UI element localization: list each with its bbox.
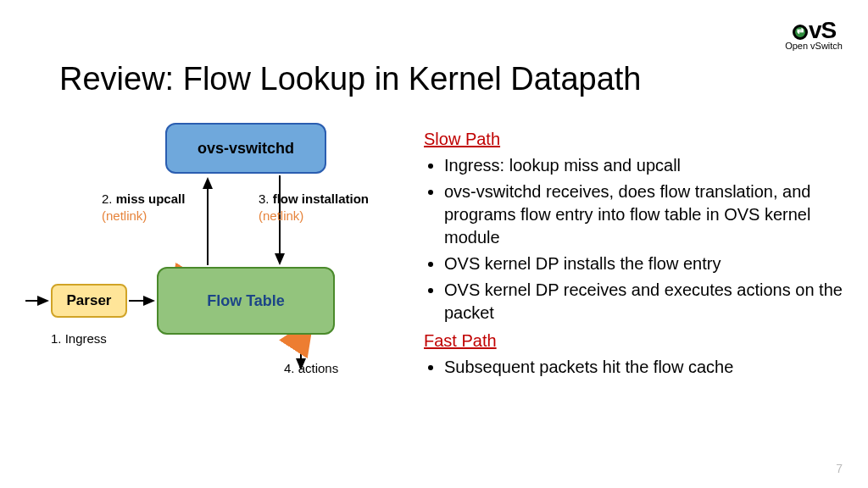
logo-subtitle: Open vSwitch [785, 41, 843, 51]
text-column: Slow Path Ingress: lookup miss and upcal… [424, 123, 848, 382]
flow-diagram: ovs-vswitchd Flow Table Parser 2. miss u… [25, 114, 415, 436]
fast-path-heading: Fast Path [424, 330, 848, 352]
ovs-logo: vS Open vSwitch [785, 17, 843, 51]
box-flow-table: Flow Table [157, 267, 335, 335]
list-item: Ingress: lookup miss and upcall [444, 154, 848, 177]
fast-path-list: Subsequent packets hit the flow cache [424, 356, 848, 379]
box-parser: Parser [51, 284, 127, 318]
list-item: OVS kernel DP receives and executes acti… [444, 279, 848, 324]
page-number: 7 [836, 462, 843, 475]
logo-icon [793, 25, 808, 40]
label-actions: 4. actions [284, 360, 338, 377]
list-item: ovs-vswitchd receives, does flow transla… [444, 180, 848, 249]
label-ingress: 1. Ingress [51, 330, 107, 347]
slow-path-heading: Slow Path [424, 128, 848, 151]
label-miss-upcall: 2. miss upcall (netlink) [102, 191, 185, 224]
page-title: Review: Flow Lookup in Kernel Datapath [59, 61, 642, 97]
box-ovs-vswitchd: ovs-vswitchd [165, 123, 326, 174]
list-item: Subsequent packets hit the flow cache [444, 356, 848, 379]
slow-path-list: Ingress: lookup miss and upcall ovs-vswi… [424, 154, 848, 324]
label-flow-installation: 3. flow installation (netlink) [259, 191, 369, 224]
list-item: OVS kernel DP installs the flow entry [444, 252, 848, 275]
